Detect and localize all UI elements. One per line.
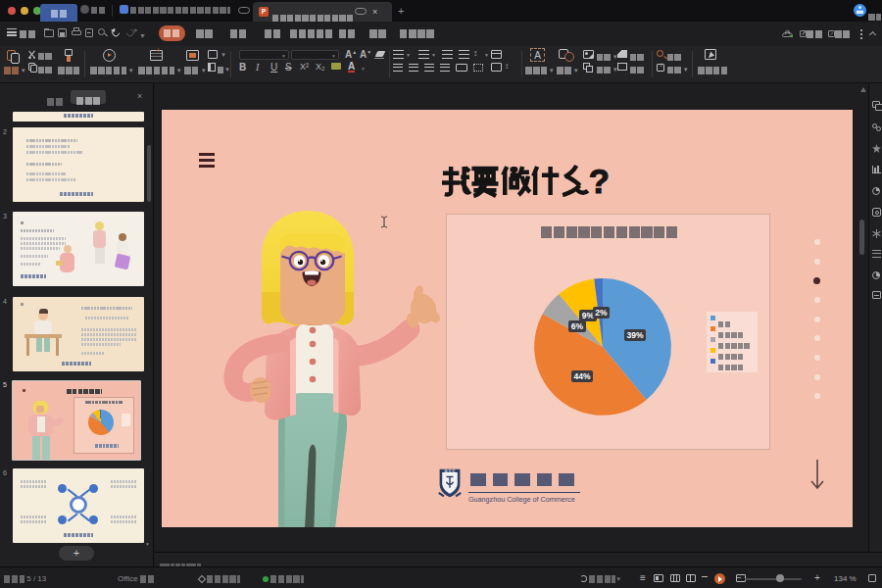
svg-text:44%: 44% [573,371,590,381]
svg-text:2%: 2% [595,308,608,318]
svg-text:G C C: G C C [445,468,456,473]
svg-text:6%: 6% [571,321,584,331]
svg-text:9%: 9% [582,311,595,320]
svg-text:39%: 39% [626,330,643,340]
svg-text:?: ? [589,163,610,200]
